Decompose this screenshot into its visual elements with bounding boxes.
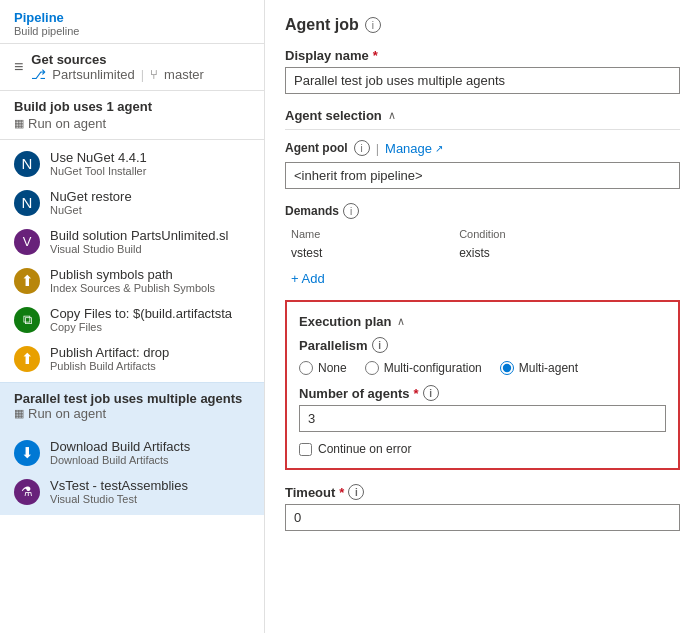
publish-artifact-name: Publish Artifact: drop: [50, 345, 169, 360]
execution-plan-header: Execution plan ∧: [299, 314, 666, 329]
agent-job-header: Agent job i: [285, 16, 680, 34]
build-solution-name: Build solution PartsUnlimited.sl: [50, 228, 228, 243]
vstest-sub: Visual Studio Test: [50, 493, 188, 505]
nuget441-sub: NuGet Tool Installer: [50, 165, 147, 177]
build-job-sub: ▦ Run on agent: [14, 116, 250, 131]
pipeline-item-vstest[interactable]: ⚗ VsTest - testAssemblies Visual Studio …: [0, 472, 264, 511]
branch-name: master: [164, 67, 204, 82]
publish-symbols-text: Publish symbols path Index Sources & Pub…: [50, 267, 215, 294]
copy-files-sub: Copy Files: [50, 321, 232, 333]
demands-label: Demands: [285, 204, 339, 218]
add-demand-button[interactable]: + Add: [285, 267, 331, 290]
timeout-required-star: *: [339, 485, 344, 500]
continue-on-error-label: Continue on error: [318, 442, 411, 456]
vstest-text: VsTest - testAssemblies Visual Studio Te…: [50, 478, 188, 505]
build-pipeline-label: Build pipeline: [14, 25, 250, 37]
nuget441-name: Use NuGet 4.4.1: [50, 150, 147, 165]
radio-none-input[interactable]: [299, 361, 313, 375]
nuget-restore-name: NuGet restore: [50, 189, 132, 204]
pipeline-items: N Use NuGet 4.4.1 NuGet Tool Installer N…: [0, 140, 264, 382]
parallelism-label: Parallelism i: [299, 337, 666, 353]
branch-icon: ⑂: [150, 67, 158, 82]
pipeline-item-nuget-restore[interactable]: N NuGet restore NuGet: [0, 183, 264, 222]
repo-name: Partsunlimited: [52, 67, 134, 82]
parallel-test-title: Parallel test job uses multiple agents: [14, 391, 250, 406]
parallel-test-section[interactable]: Parallel test job uses multiple agents ▦…: [0, 382, 264, 429]
pipeline-item-build-solution[interactable]: V Build solution PartsUnlimited.sl Visua…: [0, 222, 264, 261]
agent-selection-header: Agent selection ∧: [285, 108, 680, 130]
agent-pool-info-icon[interactable]: i: [354, 140, 370, 156]
continue-on-error-checkbox[interactable]: [299, 443, 312, 456]
get-sources-section[interactable]: ≡ Get sources ⎇ Partsunlimited | ⑂ maste…: [0, 44, 264, 91]
radio-multi-config[interactable]: Multi-configuration: [365, 361, 482, 375]
num-agents-input[interactable]: [299, 405, 666, 432]
agent-job-info-icon[interactable]: i: [365, 17, 381, 33]
pipeline-item-download-artifacts[interactable]: ⬇ Download Build Artifacts Download Buil…: [0, 433, 264, 472]
vstest-name: VsTest - testAssemblies: [50, 478, 188, 493]
num-agents-section: Number of agents * i: [299, 385, 666, 432]
pipeline-item-publish-artifact[interactable]: ⬆ Publish Artifact: drop Publish Build A…: [0, 339, 264, 378]
nuget-restore-icon: N: [14, 190, 40, 216]
build-job-section: Build job uses 1 agent ▦ Run on agent: [0, 91, 264, 140]
radio-multi-agent-input[interactable]: [500, 361, 514, 375]
continue-on-error-section: Continue on error: [299, 442, 666, 456]
get-sources-icon: ≡: [14, 58, 23, 76]
publish-symbols-name: Publish symbols path: [50, 267, 215, 282]
display-name-label: Display name *: [285, 48, 680, 63]
manage-link[interactable]: Manage ↗: [385, 141, 443, 156]
publish-artifact-sub: Publish Build Artifacts: [50, 360, 169, 372]
get-sources-title: Get sources: [31, 52, 204, 67]
parallel-items: ⬇ Download Build Artifacts Download Buil…: [0, 429, 264, 515]
num-agents-label: Number of agents * i: [299, 385, 666, 401]
pipe-divider: |: [376, 141, 379, 156]
execution-plan-box: Execution plan ∧ Parallelism i None Mult…: [285, 300, 680, 470]
radio-multi-agent[interactable]: Multi-agent: [500, 361, 578, 375]
external-link-icon: ↗: [435, 143, 443, 154]
agent-pool-row: Agent pool i | Manage ↗: [285, 140, 680, 156]
pipeline-title: Pipeline: [14, 10, 250, 25]
radio-multi-agent-label: Multi-agent: [519, 361, 578, 375]
timeout-info-icon[interactable]: i: [348, 484, 364, 500]
display-name-section: Display name *: [285, 48, 680, 94]
display-name-input[interactable]: [285, 67, 680, 94]
pipeline-item-nuget441[interactable]: N Use NuGet 4.4.1 NuGet Tool Installer: [0, 144, 264, 183]
radio-multi-config-label: Multi-configuration: [384, 361, 482, 375]
num-agents-required-star: *: [414, 386, 419, 401]
execution-plan-chevron[interactable]: ∧: [397, 315, 405, 328]
agent-pool-section: Agent pool i | Manage ↗: [285, 140, 680, 189]
agent-pool-input[interactable]: [285, 162, 680, 189]
agent-pool-label: Agent pool: [285, 141, 348, 155]
nuget441-text: Use NuGet 4.4.1 NuGet Tool Installer: [50, 150, 147, 177]
demands-info-icon[interactable]: i: [343, 203, 359, 219]
radio-none[interactable]: None: [299, 361, 347, 375]
pipeline-item-copy-files[interactable]: ⧉ Copy Files to: $(build.artifactsta Cop…: [0, 300, 264, 339]
main-content: Agent job i Display name * Agent selecti…: [265, 0, 700, 633]
build-solution-text: Build solution PartsUnlimited.sl Visual …: [50, 228, 228, 255]
demands-table: Name Condition vstest exists: [285, 225, 680, 263]
demands-row: vstest exists: [285, 243, 680, 263]
num-agents-info-icon[interactable]: i: [423, 385, 439, 401]
publish-artifact-icon: ⬆: [14, 346, 40, 372]
agent-selection-chevron[interactable]: ∧: [388, 109, 396, 122]
nuget441-icon: N: [14, 151, 40, 177]
demands-header: Demands i: [285, 203, 680, 219]
execution-plan-title: Execution plan: [299, 314, 391, 329]
build-job-sub-text: Run on agent: [28, 116, 106, 131]
pipeline-item-publish-symbols[interactable]: ⬆ Publish symbols path Index Sources & P…: [0, 261, 264, 300]
sidebar: Pipeline Build pipeline ≡ Get sources ⎇ …: [0, 0, 265, 633]
run-on-agent-icon2: ▦: [14, 407, 24, 420]
publish-symbols-icon: ⬆: [14, 268, 40, 294]
build-solution-icon: V: [14, 229, 40, 255]
build-job-title: Build job uses 1 agent: [14, 99, 250, 114]
radio-multi-config-input[interactable]: [365, 361, 379, 375]
build-solution-sub: Visual Studio Build: [50, 243, 228, 255]
parallel-test-sub: ▦ Run on agent: [14, 406, 250, 421]
agent-job-title: Agent job: [285, 16, 359, 34]
demands-col-condition: Condition: [453, 225, 680, 243]
parallelism-info-icon[interactable]: i: [372, 337, 388, 353]
timeout-input[interactable]: [285, 504, 680, 531]
sidebar-header: Pipeline Build pipeline: [0, 0, 264, 44]
parallel-test-sub-text: Run on agent: [28, 406, 106, 421]
radio-none-label: None: [318, 361, 347, 375]
vstest-icon: ⚗: [14, 479, 40, 505]
